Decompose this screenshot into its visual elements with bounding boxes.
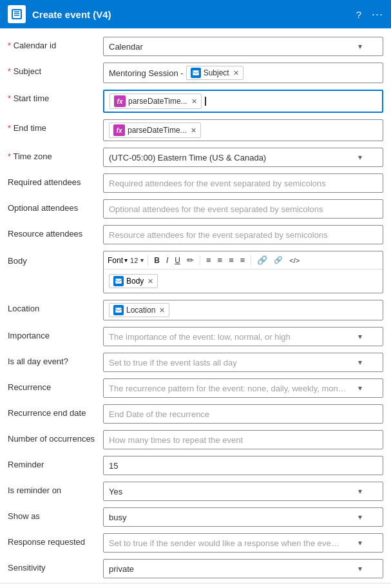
show-as-select[interactable]: busy ▾ xyxy=(103,507,383,527)
start-time-chip-close[interactable]: ✕ xyxy=(191,97,197,106)
reminder-row: Reminder 15 xyxy=(0,453,391,478)
cursor-indicator xyxy=(205,97,206,106)
recurrence-label: Recurrence xyxy=(8,378,103,392)
svg-rect-9 xyxy=(115,308,122,313)
required-attendees-input[interactable]: Required attendees for the event separat… xyxy=(103,173,383,193)
show-as-control: busy ▾ xyxy=(103,507,383,527)
subject-tag-close[interactable]: ✕ xyxy=(233,69,239,77)
required-attendees-control: Required attendees for the event separat… xyxy=(103,173,383,193)
sensitivity-select[interactable]: private ▾ xyxy=(103,559,383,578)
end-time-fx-chip: fx parseDateTime... ✕ xyxy=(109,122,201,138)
show-as-label: Show as xyxy=(8,507,103,521)
outdent-button[interactable]: ≡ xyxy=(238,254,247,266)
svg-rect-3 xyxy=(14,15,19,16)
location-control: Location ✕ xyxy=(103,300,383,320)
svg-rect-7 xyxy=(115,279,122,284)
sensitivity-chevron: ▾ xyxy=(358,564,362,573)
location-tag-close[interactable]: ✕ xyxy=(159,306,165,315)
reminder-input[interactable]: 15 xyxy=(103,456,383,475)
link-button[interactable]: 🔗 xyxy=(255,254,269,266)
toolbar-divider-2 xyxy=(200,255,200,266)
number-of-occurrences-control: How many times to repeat the event xyxy=(103,430,383,449)
recurrence-select[interactable]: The recurrence pattern for the event: no… xyxy=(103,378,383,398)
outlook-icon-location xyxy=(113,305,124,315)
end-time-control: fx parseDateTime... ✕ xyxy=(103,119,383,141)
sensitivity-control: private ▾ xyxy=(103,559,383,578)
recurrence-end-date-placeholder: End Date of the recurrence xyxy=(109,409,209,419)
response-requested-label: Response requested xyxy=(8,533,103,547)
is-all-day-select[interactable]: Set to true if the event lasts all day ▾ xyxy=(103,353,383,372)
importance-chevron: ▾ xyxy=(358,332,362,341)
is-reminder-on-control: Yes ▾ xyxy=(103,482,383,501)
location-input[interactable]: Location ✕ xyxy=(103,300,383,320)
italic-button[interactable]: I xyxy=(164,255,170,266)
font-size-display: 12 xyxy=(130,257,138,264)
time-zone-label: Time zone xyxy=(8,148,103,161)
recurrence-end-date-control: End Date of the recurrence xyxy=(103,404,383,424)
body-tag-label: Body xyxy=(126,277,144,286)
highlight-button[interactable]: ✏ xyxy=(185,254,196,266)
svg-rect-2 xyxy=(14,13,19,14)
location-tag-chip: Location ✕ xyxy=(109,303,169,317)
start-time-label: Start time xyxy=(8,90,103,103)
fx-icon-start: fx xyxy=(114,95,126,107)
font-select[interactable]: Font ▾ xyxy=(108,256,128,265)
is-reminder-on-select[interactable]: Yes ▾ xyxy=(103,482,383,501)
show-as-chevron: ▾ xyxy=(358,513,362,522)
is-all-day-placeholder: Set to true if the event lasts all day xyxy=(109,358,237,368)
importance-row: Importance The importance of the event: … xyxy=(0,324,391,349)
bottom-divider xyxy=(0,583,391,583)
page-title: Create event (V4) xyxy=(32,9,356,20)
underline-button[interactable]: U xyxy=(173,255,182,266)
number-of-occurrences-input[interactable]: How many times to repeat the event xyxy=(103,430,383,449)
sensitivity-label: Sensitivity xyxy=(8,559,103,573)
body-tag-chip: Body ✕ xyxy=(109,274,158,288)
is-reminder-on-chevron: ▾ xyxy=(358,487,362,496)
more-icon[interactable]: ··· xyxy=(372,8,383,21)
optional-attendees-input[interactable]: Optional attendees for the event separat… xyxy=(103,199,383,219)
start-time-row: Start time fx parseDateTime... ✕ xyxy=(0,86,391,116)
body-tag-close[interactable]: ✕ xyxy=(148,277,153,286)
subject-input[interactable]: Mentoring Session - Subject ✕ xyxy=(103,63,383,83)
font-size-chevron-icon: ▾ xyxy=(140,257,144,264)
resource-attendees-input[interactable]: Resource attendees for the event separat… xyxy=(103,225,383,244)
form-container: Calendar id Calendar ▾ Subject Mentoring… xyxy=(0,28,391,588)
number-of-occurrences-label: Number of occurrences xyxy=(8,430,103,444)
is-reminder-on-label: Is reminder on xyxy=(8,482,103,495)
unordered-list-button[interactable]: ≡ xyxy=(204,254,213,266)
recurrence-end-date-input[interactable]: End Date of the recurrence xyxy=(103,404,383,424)
required-attendees-placeholder: Required attendees for the event separat… xyxy=(109,179,326,188)
subject-label: Subject xyxy=(8,63,103,76)
start-time-control: fx parseDateTime... ✕ xyxy=(103,90,383,113)
subject-row: Subject Mentoring Session - Subject ✕ xyxy=(0,59,391,86)
importance-select[interactable]: The importance of the event: low, normal… xyxy=(103,327,383,346)
end-time-input[interactable]: fx parseDateTime... ✕ xyxy=(103,119,383,141)
time-zone-select[interactable]: (UTC-05:00) Eastern Time (US & Canada) ▾ xyxy=(103,148,383,167)
required-attendees-label: Required attendees xyxy=(8,173,103,187)
title-bar: Create event (V4) ? ··· xyxy=(0,0,391,28)
response-requested-select[interactable]: Set to true if the sender would like a r… xyxy=(103,533,383,553)
resource-attendees-row: Resource attendees Resource attendees fo… xyxy=(0,222,391,248)
help-icon[interactable]: ? xyxy=(356,9,361,20)
recurrence-row: Recurrence The recurrence pattern for th… xyxy=(0,375,391,401)
body-label: Body xyxy=(8,251,103,266)
start-time-input[interactable]: fx parseDateTime... ✕ xyxy=(103,90,383,113)
subject-control: Mentoring Session - Subject ✕ xyxy=(103,63,383,83)
indent-button[interactable]: ≡ xyxy=(227,254,236,266)
bold-button[interactable]: B xyxy=(152,255,162,266)
end-time-chip-close[interactable]: ✕ xyxy=(191,126,196,135)
html-button[interactable]: </> xyxy=(287,255,301,266)
end-time-label: End time xyxy=(8,119,103,133)
optional-attendees-label: Optional attendees xyxy=(8,199,103,213)
font-chevron-icon: ▾ xyxy=(124,257,128,264)
required-attendees-row: Required attendees Required attendees fo… xyxy=(0,170,391,196)
unlink-button[interactable]: 🔗 xyxy=(272,255,285,266)
outlook-icon-subject xyxy=(191,68,201,78)
calendar-id-select[interactable]: Calendar ▾ xyxy=(103,37,383,56)
resource-attendees-placeholder: Resource attendees for the event separat… xyxy=(109,230,328,240)
ordered-list-button[interactable]: ≡ xyxy=(216,254,225,266)
subject-tag-label: Subject xyxy=(204,68,229,77)
body-content[interactable]: Body ✕ xyxy=(104,270,383,293)
is-all-day-label: Is all day event? xyxy=(8,353,103,366)
body-editor[interactable]: Font ▾ 12 ▾ B I U ✏ ≡ ≡ ≡ ≡ 🔗 xyxy=(103,251,383,293)
